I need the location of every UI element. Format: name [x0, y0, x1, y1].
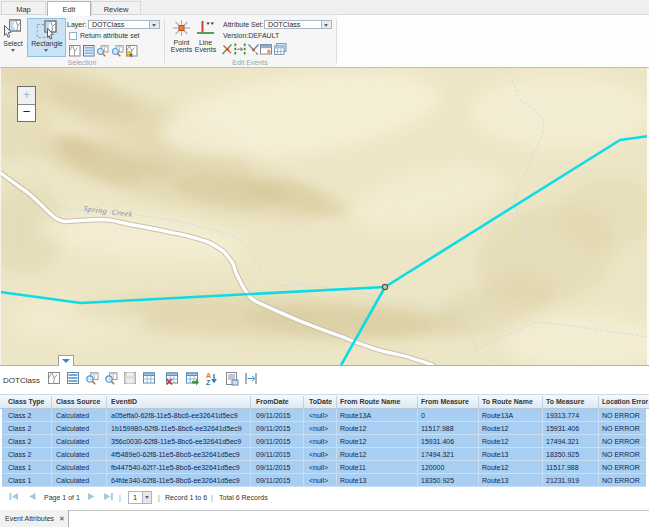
svg-text:A: A: [206, 372, 211, 379]
svg-text:Z: Z: [206, 379, 211, 386]
